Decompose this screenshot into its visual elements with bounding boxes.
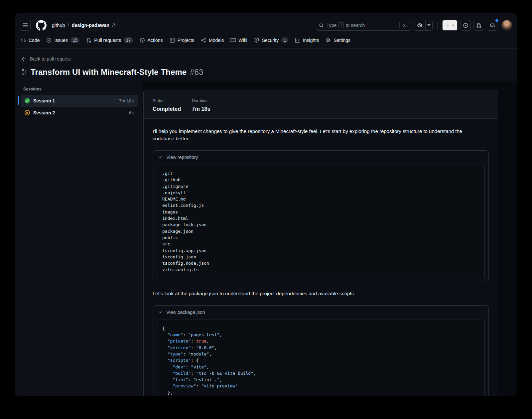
session-summary: Status Completed Duration 7m 18s <box>144 90 498 119</box>
inbox-icon <box>489 23 495 28</box>
tab-models[interactable]: Models <box>198 36 226 45</box>
session-title: Transform UI with Minecraft-Style Theme <box>31 68 187 77</box>
issues-header-button[interactable] <box>460 20 471 31</box>
github-window: github / design-padawan Type / to search <box>15 13 517 396</box>
breadcrumb-separator: / <box>68 23 69 28</box>
page-content: Back to pull request Transform UI with M… <box>15 49 517 396</box>
page-header: Back to pull request Transform UI with M… <box>15 49 517 81</box>
tab-wiki[interactable]: Wiki <box>228 36 250 45</box>
plus-icon <box>445 23 450 28</box>
session-log: I'll help you implement changes to give … <box>144 119 498 396</box>
file-entry: package-lock.json <box>162 221 479 228</box>
app-header: github / design-padawan Type / to search <box>15 13 517 35</box>
file-entry: index.html <box>162 215 479 221</box>
header-left: github / design-padawan <box>20 20 116 31</box>
tab-label: Projects <box>178 38 195 43</box>
in-progress-icon <box>25 110 30 115</box>
tab-label: Security <box>262 38 279 43</box>
tab-label: Wiki <box>238 38 247 43</box>
copilot-chat-button[interactable] <box>414 20 425 30</box>
file-entry: vite.config.ts <box>162 266 479 273</box>
search-placeholder-prefix: Type <box>327 23 336 28</box>
arrow-left-icon <box>21 56 27 62</box>
hamburger-icon <box>23 23 28 28</box>
back-to-pull-request-link[interactable]: Back to pull request <box>21 56 71 62</box>
command-palette-icon[interactable] <box>403 23 408 28</box>
code-line: "version": "0.0.0", <box>162 345 479 351</box>
view-package-json-toggle[interactable]: View package.json <box>153 306 488 319</box>
tab-label: Settings <box>333 38 350 43</box>
github-logo[interactable] <box>36 20 47 31</box>
avatar[interactable] <box>501 20 512 31</box>
breadcrumb-repo-link[interactable]: design-padawan <box>72 23 116 28</box>
breadcrumb-org-link[interactable]: github <box>52 23 65 28</box>
code-line: "preview": "vite preview" <box>162 383 479 389</box>
tab-label: Pull requests <box>94 38 121 43</box>
sidebar-item-session-2[interactable]: Session 2 6s <box>21 107 138 119</box>
tab-security[interactable]: Security 1 <box>251 35 291 45</box>
tab-projects[interactable]: Projects <box>167 36 197 45</box>
gear-icon <box>326 38 331 43</box>
tab-issues[interactable]: Issues 15 <box>44 35 82 45</box>
content-columns: Sessions Session 1 7m 18s Session 2 6s <box>15 81 517 396</box>
file-entry: README.md <box>162 196 479 202</box>
view-package-json-panel: View package.json { "name": "pages-test"… <box>153 305 489 396</box>
copilot-dropdown-button[interactable] <box>425 20 432 30</box>
sessions-sidebar: Sessions Session 1 7m 18s Session 2 6s <box>15 81 142 396</box>
desktop-background: github / design-padawan Type / to search <box>0 0 532 419</box>
models-icon <box>201 38 206 43</box>
code-line: "dev": "vite", <box>162 364 479 370</box>
file-entry: src <box>162 241 479 247</box>
check-circle-icon <box>25 98 30 103</box>
tab-actions[interactable]: Actions <box>137 36 166 45</box>
create-new-button[interactable] <box>442 20 458 31</box>
sidebar-item-session-1[interactable]: Session 1 7m 18s <box>21 95 138 107</box>
duration-value: 7m 18s <box>192 106 221 112</box>
pull-requests-counter: 17 <box>124 37 133 43</box>
panel-title: View package.json <box>166 310 205 315</box>
tab-code[interactable]: Code <box>18 36 42 45</box>
slash-key-hint: / <box>338 22 343 28</box>
tab-pull-requests[interactable]: Pull requests 17 <box>83 35 135 45</box>
tab-insights[interactable]: Insights <box>292 36 322 45</box>
file-entry: images <box>162 209 479 215</box>
search-placeholder-suffix: to search <box>346 23 365 28</box>
tab-settings[interactable]: Settings <box>323 36 353 45</box>
repository-file-list: .git.github.gitignore.nojekyllREADME.mde… <box>157 165 485 278</box>
status-stat: Status Completed <box>153 98 182 112</box>
hamburger-menu-button[interactable] <box>20 20 31 31</box>
play-icon <box>140 38 145 43</box>
file-entry: tsconfig.json <box>162 254 479 260</box>
tab-label: Issues <box>54 38 67 43</box>
lock-icon <box>111 23 116 28</box>
code-line: "name": "pages-test", <box>162 332 479 338</box>
code-line: }, <box>162 389 479 396</box>
file-entry: tsconfig.node.json <box>162 260 479 266</box>
package-json-code: { "name": "pages-test", "private": true,… <box>157 320 485 396</box>
tab-label: Actions <box>148 38 163 43</box>
issue-opened-icon <box>463 23 468 28</box>
search-divider <box>399 22 400 28</box>
issue-opened-icon <box>46 38 52 43</box>
search-input[interactable]: Type / to search <box>316 20 411 31</box>
back-link-label: Back to pull request <box>30 56 71 62</box>
status-value: Completed <box>153 106 182 112</box>
security-counter: 1 <box>281 37 288 43</box>
file-entry: .gitignore <box>162 183 479 190</box>
repo-nav: Code Issues 15 Pull requests 17 Actions … <box>15 35 517 49</box>
tab-label: Models <box>209 38 224 43</box>
duration-label: Duration <box>192 98 221 103</box>
inbox-button[interactable] <box>487 20 497 31</box>
pull-requests-header-button[interactable] <box>473 20 484 31</box>
file-entry: eslint.config.js <box>162 202 479 209</box>
search-placeholder: Type / to search <box>325 22 396 28</box>
view-repository-toggle[interactable]: View repository <box>153 151 488 164</box>
file-entry: package.json <box>162 228 479 234</box>
issues-counter: 15 <box>70 37 79 43</box>
notification-dot <box>495 19 498 22</box>
book-icon <box>230 38 236 43</box>
status-label: Status <box>153 98 182 103</box>
file-entry: .nojekyll <box>162 190 479 196</box>
code-line: "private": true, <box>162 338 479 344</box>
file-entry: public <box>162 234 479 241</box>
